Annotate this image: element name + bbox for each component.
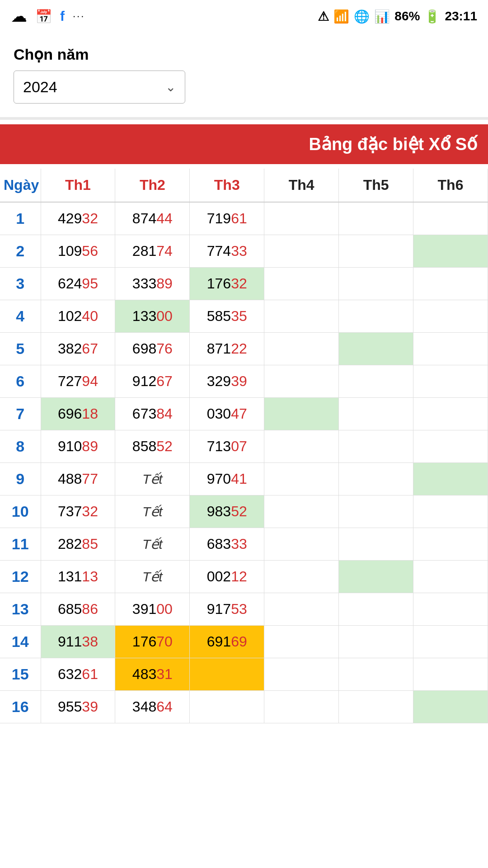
number-black-part: 698 — [132, 340, 156, 357]
data-cell — [413, 268, 488, 300]
number-red-part: 44 — [156, 210, 173, 226]
number-red-part: 64 — [156, 698, 173, 715]
number-red-part: 67 — [156, 373, 173, 389]
day-cell: 12 — [0, 561, 41, 593]
number-red-part: 76 — [156, 340, 173, 357]
number-red-part: 85 — [82, 536, 98, 552]
data-cell — [413, 398, 488, 430]
number-black-part: 109 — [58, 243, 82, 259]
data-cell — [264, 430, 339, 463]
data-cell — [413, 626, 488, 658]
data-cell — [339, 430, 413, 463]
data-cell: 34864 — [115, 691, 190, 723]
data-cell — [190, 658, 264, 691]
number-black-part: 912 — [132, 373, 156, 389]
data-cell: 73732 — [41, 495, 115, 528]
number-red-part: 70 — [156, 633, 173, 650]
data-cell — [264, 268, 339, 300]
number-red-part: 86 — [82, 601, 98, 617]
table-row: 1128285Tết68333 — [0, 528, 488, 561]
col-th2: Th2 — [115, 169, 190, 202]
number-black-part: 719 — [207, 210, 231, 226]
number-black-part: 002 — [207, 568, 231, 585]
col-th1: Th1 — [41, 169, 115, 202]
data-cell: 91753 — [190, 593, 264, 626]
data-cell — [413, 365, 488, 398]
number-red-part: 41 — [231, 471, 247, 487]
table-row: 169553934864 — [0, 691, 488, 723]
number-black-part: 102 — [58, 308, 82, 324]
day-cell: 11 — [0, 528, 41, 561]
number-red-part: 61 — [82, 666, 98, 682]
data-cell — [264, 235, 339, 268]
table-row: 4102401330058535 — [0, 300, 488, 333]
signal-icon: 📊 — [374, 9, 390, 24]
calendar-icon: 📅 — [35, 9, 52, 24]
number-red-part: 07 — [231, 438, 247, 454]
data-cell — [264, 365, 339, 398]
data-cell: 28174 — [115, 235, 190, 268]
data-cell — [413, 495, 488, 528]
number-black-part: 858 — [132, 438, 156, 454]
year-value: 2024 — [23, 78, 57, 96]
data-cell: 68333 — [190, 528, 264, 561]
number-black-part: 983 — [207, 503, 231, 519]
number-red-part: 56 — [82, 243, 98, 259]
year-select[interactable]: 2024 ⌄ — [14, 71, 185, 104]
day-cell: 15 — [0, 658, 41, 691]
number-red-part: 32 — [231, 275, 247, 292]
number-red-part: 33 — [231, 243, 247, 259]
number-black-part: 970 — [207, 471, 231, 487]
table-row: 13685863910091753 — [0, 593, 488, 626]
data-cell: 91089 — [41, 430, 115, 463]
number-red-part: 89 — [156, 275, 173, 292]
data-cell: 87444 — [115, 202, 190, 235]
data-cell — [264, 300, 339, 333]
year-section: Chọn năm 2024 ⌄ — [0, 33, 488, 113]
data-cell: Tết — [115, 463, 190, 495]
data-cell: 85852 — [115, 430, 190, 463]
data-cell — [413, 235, 488, 268]
data-cell — [339, 593, 413, 626]
number-red-part: 38 — [82, 633, 98, 650]
table-row: 1073732Tết98352 — [0, 495, 488, 528]
data-cell: 10240 — [41, 300, 115, 333]
data-cell: Tết — [115, 561, 190, 593]
data-cell: 71307 — [190, 430, 264, 463]
number-black-part: 329 — [207, 373, 231, 389]
data-cell: 69169 — [190, 626, 264, 658]
day-cell: 4 — [0, 300, 41, 333]
data-cell: 10956 — [41, 235, 115, 268]
number-black-part: 713 — [207, 438, 231, 454]
col-th6: Th6 — [413, 169, 488, 202]
number-red-part: 74 — [156, 243, 173, 259]
data-cell: 32939 — [190, 365, 264, 398]
data-cell — [339, 528, 413, 561]
data-cell — [339, 235, 413, 268]
number-red-part: 40 — [82, 308, 98, 324]
day-cell: 10 — [0, 495, 41, 528]
number-red-part: 32 — [82, 503, 98, 519]
day-cell: 13 — [0, 593, 41, 626]
data-cell — [264, 398, 339, 430]
data-cell — [339, 561, 413, 593]
data-cell — [413, 561, 488, 593]
data-cell: 91138 — [41, 626, 115, 658]
table-row: 948877Tết97041 — [0, 463, 488, 495]
data-cell — [339, 691, 413, 723]
number-black-part: 282 — [58, 536, 82, 552]
table-row: 2109562817477433 — [0, 235, 488, 268]
data-cell — [339, 202, 413, 235]
number-red-part: 22 — [231, 340, 247, 357]
data-cell — [339, 365, 413, 398]
chevron-down-icon: ⌄ — [165, 80, 176, 94]
day-cell: 3 — [0, 268, 41, 300]
number-red-part: 35 — [231, 308, 247, 324]
data-cell: 87122 — [190, 333, 264, 365]
number-black-part: 727 — [58, 373, 82, 389]
data-cell: 48877 — [41, 463, 115, 495]
number-black-part: 585 — [207, 308, 231, 324]
number-black-part: 917 — [207, 601, 231, 617]
number-red-part: 00 — [156, 308, 173, 324]
data-cell — [413, 333, 488, 365]
